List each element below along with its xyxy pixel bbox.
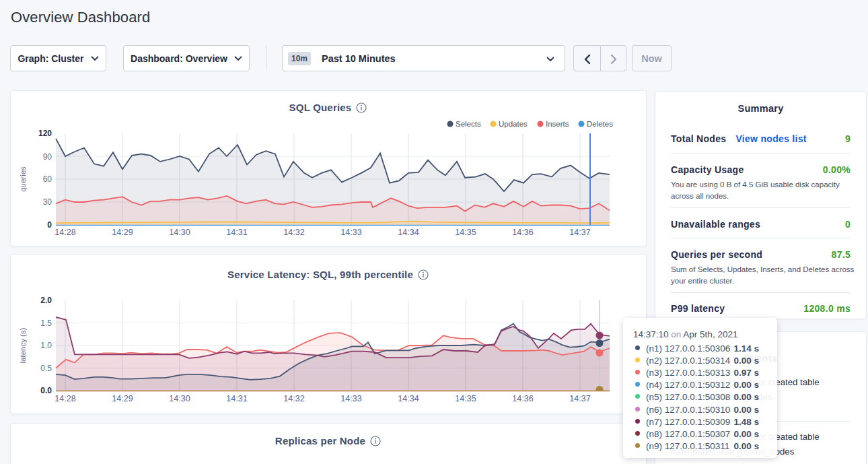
svg-text:14:32: 14:32 bbox=[283, 228, 304, 237]
svg-text:120: 120 bbox=[38, 129, 52, 138]
svg-text:14:32: 14:32 bbox=[283, 394, 304, 403]
svg-text:Deletes: Deletes bbox=[587, 120, 613, 128]
svg-text:latency (s): latency (s) bbox=[19, 327, 27, 363]
svg-text:Selects: Selects bbox=[456, 120, 481, 128]
svg-text:2.0: 2.0 bbox=[40, 296, 52, 305]
svg-text:14:30: 14:30 bbox=[169, 394, 190, 403]
svg-text:14:33: 14:33 bbox=[340, 228, 361, 237]
svg-text:14:30: 14:30 bbox=[169, 228, 190, 237]
svg-text:0.5: 0.5 bbox=[40, 364, 52, 373]
svg-text:Inserts: Inserts bbox=[546, 120, 569, 128]
svg-text:14:35: 14:35 bbox=[455, 228, 476, 237]
svg-text:0: 0 bbox=[47, 220, 52, 230]
svg-text:14:34: 14:34 bbox=[398, 228, 419, 237]
svg-text:14:29: 14:29 bbox=[112, 228, 133, 237]
svg-text:14:29: 14:29 bbox=[112, 394, 133, 403]
svg-text:14:37: 14:37 bbox=[569, 394, 590, 403]
svg-text:14:31: 14:31 bbox=[226, 228, 247, 237]
svg-text:14:34: 14:34 bbox=[398, 394, 419, 403]
svg-text:Updates: Updates bbox=[499, 120, 528, 128]
svg-text:14:37: 14:37 bbox=[569, 228, 590, 237]
svg-text:14:28: 14:28 bbox=[55, 394, 75, 403]
svg-text:14:35: 14:35 bbox=[455, 394, 476, 403]
svg-text:1.5: 1.5 bbox=[40, 319, 52, 328]
svg-text:14:36: 14:36 bbox=[512, 394, 533, 403]
svg-text:14:28: 14:28 bbox=[55, 228, 75, 237]
svg-text:14:36: 14:36 bbox=[512, 228, 533, 237]
svg-text:queries: queries bbox=[19, 166, 27, 192]
svg-text:30: 30 bbox=[43, 197, 52, 207]
svg-text:14:31: 14:31 bbox=[226, 394, 247, 403]
svg-text:90: 90 bbox=[43, 152, 52, 162]
svg-text:14:33: 14:33 bbox=[340, 394, 361, 403]
svg-text:1.0: 1.0 bbox=[40, 341, 52, 350]
svg-text:60: 60 bbox=[43, 174, 52, 184]
svg-text:0.0: 0.0 bbox=[40, 386, 52, 395]
